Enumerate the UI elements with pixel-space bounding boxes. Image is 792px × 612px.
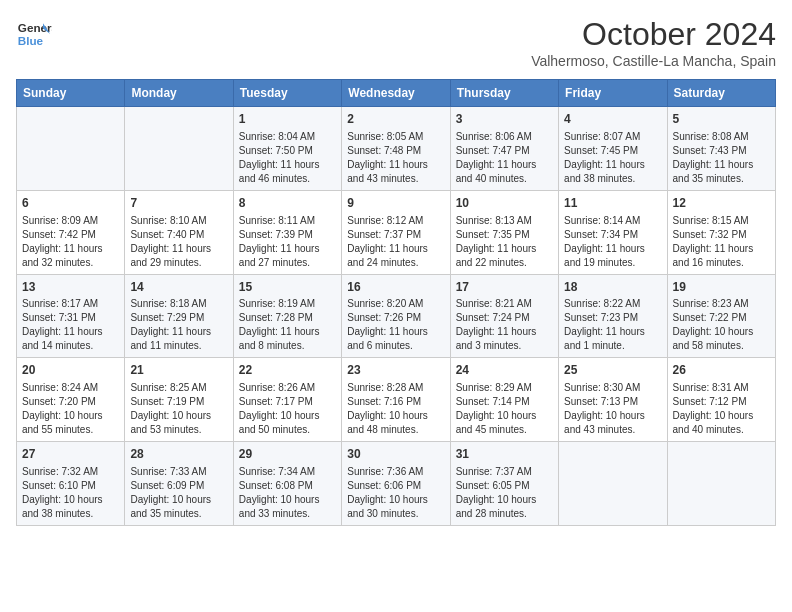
day-number: 29 [239, 446, 336, 463]
day-header-sunday: Sunday [17, 80, 125, 107]
day-info: Sunrise: 8:23 AM [673, 297, 770, 311]
day-info: Sunrise: 7:37 AM [456, 465, 553, 479]
calendar-cell: 2Sunrise: 8:05 AMSunset: 7:48 PMDaylight… [342, 107, 450, 191]
calendar-cell: 23Sunrise: 8:28 AMSunset: 7:16 PMDayligh… [342, 358, 450, 442]
calendar-cell: 12Sunrise: 8:15 AMSunset: 7:32 PMDayligh… [667, 190, 775, 274]
day-number: 3 [456, 111, 553, 128]
day-number: 6 [22, 195, 119, 212]
day-number: 23 [347, 362, 444, 379]
day-info: Sunrise: 8:06 AM [456, 130, 553, 144]
day-info: Daylight: 11 hours and 8 minutes. [239, 325, 336, 353]
day-info: Sunset: 7:45 PM [564, 144, 661, 158]
day-info: Sunrise: 8:05 AM [347, 130, 444, 144]
day-number: 10 [456, 195, 553, 212]
day-info: Sunset: 7:14 PM [456, 395, 553, 409]
day-number: 22 [239, 362, 336, 379]
day-info: Sunrise: 8:10 AM [130, 214, 227, 228]
day-info: Sunset: 7:47 PM [456, 144, 553, 158]
day-info: Daylight: 10 hours and 55 minutes. [22, 409, 119, 437]
svg-text:General: General [18, 21, 52, 34]
calendar-cell: 20Sunrise: 8:24 AMSunset: 7:20 PMDayligh… [17, 358, 125, 442]
day-number: 8 [239, 195, 336, 212]
logo-icon: General Blue [16, 16, 52, 52]
calendar-cell [559, 442, 667, 526]
calendar-table: SundayMondayTuesdayWednesdayThursdayFrid… [16, 79, 776, 526]
page-header: General Blue October 2024 Valhermoso, Ca… [16, 16, 776, 69]
day-number: 12 [673, 195, 770, 212]
day-info: Daylight: 10 hours and 45 minutes. [456, 409, 553, 437]
day-header-wednesday: Wednesday [342, 80, 450, 107]
day-info: Sunrise: 8:26 AM [239, 381, 336, 395]
day-info: Sunrise: 8:29 AM [456, 381, 553, 395]
calendar-header-row: SundayMondayTuesdayWednesdayThursdayFrid… [17, 80, 776, 107]
calendar-week-1: 1Sunrise: 8:04 AMSunset: 7:50 PMDaylight… [17, 107, 776, 191]
day-info: Sunset: 7:37 PM [347, 228, 444, 242]
day-info: Sunset: 7:48 PM [347, 144, 444, 158]
day-info: Sunset: 7:13 PM [564, 395, 661, 409]
day-header-friday: Friday [559, 80, 667, 107]
calendar-cell: 4Sunrise: 8:07 AMSunset: 7:45 PMDaylight… [559, 107, 667, 191]
day-info: Daylight: 11 hours and 16 minutes. [673, 242, 770, 270]
day-info: Sunrise: 8:31 AM [673, 381, 770, 395]
day-info: Sunset: 7:12 PM [673, 395, 770, 409]
day-info: Sunrise: 8:20 AM [347, 297, 444, 311]
calendar-week-4: 20Sunrise: 8:24 AMSunset: 7:20 PMDayligh… [17, 358, 776, 442]
day-info: Sunset: 7:20 PM [22, 395, 119, 409]
day-info: Sunrise: 8:17 AM [22, 297, 119, 311]
day-number: 30 [347, 446, 444, 463]
day-header-monday: Monday [125, 80, 233, 107]
day-info: Daylight: 10 hours and 53 minutes. [130, 409, 227, 437]
day-info: Sunrise: 8:18 AM [130, 297, 227, 311]
day-info: Daylight: 11 hours and 3 minutes. [456, 325, 553, 353]
calendar-cell: 22Sunrise: 8:26 AMSunset: 7:17 PMDayligh… [233, 358, 341, 442]
calendar-cell: 14Sunrise: 8:18 AMSunset: 7:29 PMDayligh… [125, 274, 233, 358]
day-info: Sunrise: 8:11 AM [239, 214, 336, 228]
calendar-week-5: 27Sunrise: 7:32 AMSunset: 6:10 PMDayligh… [17, 442, 776, 526]
day-info: Daylight: 11 hours and 38 minutes. [564, 158, 661, 186]
day-info: Daylight: 11 hours and 19 minutes. [564, 242, 661, 270]
calendar-cell: 15Sunrise: 8:19 AMSunset: 7:28 PMDayligh… [233, 274, 341, 358]
calendar-body: 1Sunrise: 8:04 AMSunset: 7:50 PMDaylight… [17, 107, 776, 526]
day-info: Daylight: 10 hours and 33 minutes. [239, 493, 336, 521]
day-info: Daylight: 10 hours and 35 minutes. [130, 493, 227, 521]
day-info: Daylight: 11 hours and 22 minutes. [456, 242, 553, 270]
day-info: Daylight: 10 hours and 50 minutes. [239, 409, 336, 437]
day-info: Sunset: 7:39 PM [239, 228, 336, 242]
day-info: Sunset: 7:17 PM [239, 395, 336, 409]
day-header-thursday: Thursday [450, 80, 558, 107]
calendar-cell: 8Sunrise: 8:11 AMSunset: 7:39 PMDaylight… [233, 190, 341, 274]
day-info: Sunset: 6:06 PM [347, 479, 444, 493]
calendar-cell: 13Sunrise: 8:17 AMSunset: 7:31 PMDayligh… [17, 274, 125, 358]
calendar-cell [17, 107, 125, 191]
day-info: Sunset: 7:34 PM [564, 228, 661, 242]
day-info: Daylight: 11 hours and 40 minutes. [456, 158, 553, 186]
day-info: Sunset: 7:16 PM [347, 395, 444, 409]
day-info: Daylight: 11 hours and 29 minutes. [130, 242, 227, 270]
day-info: Daylight: 10 hours and 48 minutes. [347, 409, 444, 437]
calendar-cell: 16Sunrise: 8:20 AMSunset: 7:26 PMDayligh… [342, 274, 450, 358]
day-info: Sunrise: 8:09 AM [22, 214, 119, 228]
calendar-cell: 31Sunrise: 7:37 AMSunset: 6:05 PMDayligh… [450, 442, 558, 526]
day-header-tuesday: Tuesday [233, 80, 341, 107]
day-info: Sunset: 7:32 PM [673, 228, 770, 242]
day-info: Sunset: 7:29 PM [130, 311, 227, 325]
day-info: Sunset: 7:28 PM [239, 311, 336, 325]
day-info: Sunrise: 8:21 AM [456, 297, 553, 311]
day-info: Daylight: 10 hours and 58 minutes. [673, 325, 770, 353]
day-number: 19 [673, 279, 770, 296]
calendar-cell: 19Sunrise: 8:23 AMSunset: 7:22 PMDayligh… [667, 274, 775, 358]
calendar-cell: 25Sunrise: 8:30 AMSunset: 7:13 PMDayligh… [559, 358, 667, 442]
day-info: Sunrise: 8:07 AM [564, 130, 661, 144]
day-number: 5 [673, 111, 770, 128]
day-number: 15 [239, 279, 336, 296]
day-info: Daylight: 10 hours and 38 minutes. [22, 493, 119, 521]
calendar-cell: 11Sunrise: 8:14 AMSunset: 7:34 PMDayligh… [559, 190, 667, 274]
day-info: Sunrise: 7:36 AM [347, 465, 444, 479]
day-info: Daylight: 11 hours and 46 minutes. [239, 158, 336, 186]
calendar-cell: 26Sunrise: 8:31 AMSunset: 7:12 PMDayligh… [667, 358, 775, 442]
day-number: 28 [130, 446, 227, 463]
title-block: October 2024 Valhermoso, Castille-La Man… [531, 16, 776, 69]
day-number: 7 [130, 195, 227, 212]
day-info: Sunrise: 8:13 AM [456, 214, 553, 228]
day-number: 20 [22, 362, 119, 379]
